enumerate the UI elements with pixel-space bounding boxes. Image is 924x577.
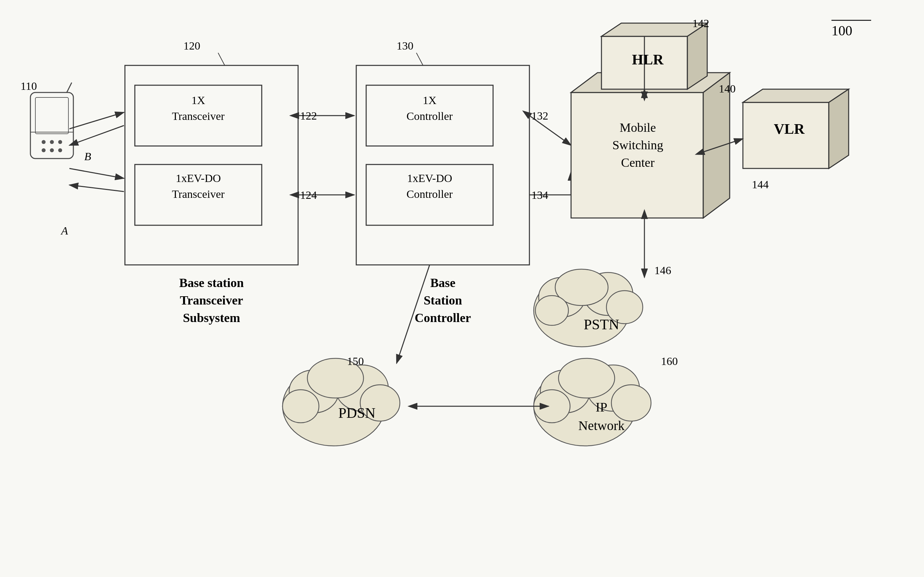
bsc-top-box-text: 1X Controller bbox=[370, 92, 489, 124]
hlr-ref-number: 142 bbox=[692, 17, 709, 30]
svg-line-17 bbox=[69, 185, 124, 192]
svg-rect-4 bbox=[31, 92, 73, 158]
bts-port-122: 122 bbox=[300, 110, 317, 122]
svg-point-54 bbox=[283, 390, 319, 423]
bsc-title: Base Station Controller bbox=[356, 274, 530, 327]
bts-port-124: 124 bbox=[300, 189, 317, 201]
svg-point-6 bbox=[42, 140, 45, 144]
svg-point-10 bbox=[50, 148, 54, 152]
vlr-ref-number: 144 bbox=[752, 178, 769, 191]
svg-rect-5 bbox=[36, 97, 68, 134]
svg-line-40 bbox=[703, 139, 743, 152]
pdsn-ref-number: 150 bbox=[347, 355, 364, 367]
figure-number: 100 bbox=[832, 20, 871, 39]
bsc-bottom-box-text: 1xEV-DO Controller bbox=[370, 171, 489, 202]
svg-point-44 bbox=[539, 277, 585, 317]
bts-title: Base station Transceiver Subsystem bbox=[122, 274, 301, 327]
svg-marker-33 bbox=[601, 23, 707, 36]
svg-marker-34 bbox=[687, 23, 707, 89]
bts-bottom-box-text: 1xEV-DO Transceiver bbox=[139, 171, 258, 202]
svg-marker-37 bbox=[829, 89, 849, 168]
svg-point-11 bbox=[58, 148, 62, 152]
bsc-port-132: 132 bbox=[531, 110, 548, 122]
svg-line-14 bbox=[69, 112, 124, 129]
label-a: A bbox=[61, 225, 68, 237]
pdsn-text: PDSN bbox=[317, 403, 397, 424]
svg-line-12 bbox=[67, 82, 72, 92]
svg-line-15 bbox=[69, 126, 124, 145]
bts-ref-number: 120 bbox=[183, 40, 200, 52]
label-110: 110 bbox=[21, 80, 37, 92]
bsc-port-134: 134 bbox=[531, 189, 548, 201]
svg-marker-36 bbox=[743, 89, 849, 102]
svg-point-7 bbox=[50, 140, 54, 144]
bsc-ref-number: 130 bbox=[397, 40, 414, 52]
pstn-ref-number: 146 bbox=[654, 264, 671, 277]
hlr-text: HLR bbox=[608, 50, 687, 70]
ip-network-text: IP Network bbox=[562, 398, 641, 435]
svg-line-63 bbox=[417, 53, 423, 65]
svg-point-46 bbox=[555, 269, 608, 306]
diagram-container: 100 bbox=[0, 0, 924, 577]
svg-point-8 bbox=[58, 140, 62, 144]
svg-point-45 bbox=[583, 272, 633, 316]
svg-line-62 bbox=[218, 53, 225, 65]
bts-top-box-text: 1X Transceiver bbox=[139, 92, 258, 124]
pstn-text: PSTN bbox=[562, 314, 641, 335]
label-b: B bbox=[84, 150, 91, 163]
svg-point-58 bbox=[559, 358, 615, 398]
svg-line-16 bbox=[69, 168, 124, 178]
msc-ref-number: 140 bbox=[719, 82, 736, 95]
ip-ref-number: 160 bbox=[661, 355, 678, 367]
svg-marker-30 bbox=[571, 73, 730, 92]
msc-text: Mobile Switching Center bbox=[575, 119, 701, 172]
svg-point-9 bbox=[42, 148, 45, 152]
vlr-text: VLR bbox=[750, 119, 829, 139]
svg-point-43 bbox=[534, 274, 630, 347]
